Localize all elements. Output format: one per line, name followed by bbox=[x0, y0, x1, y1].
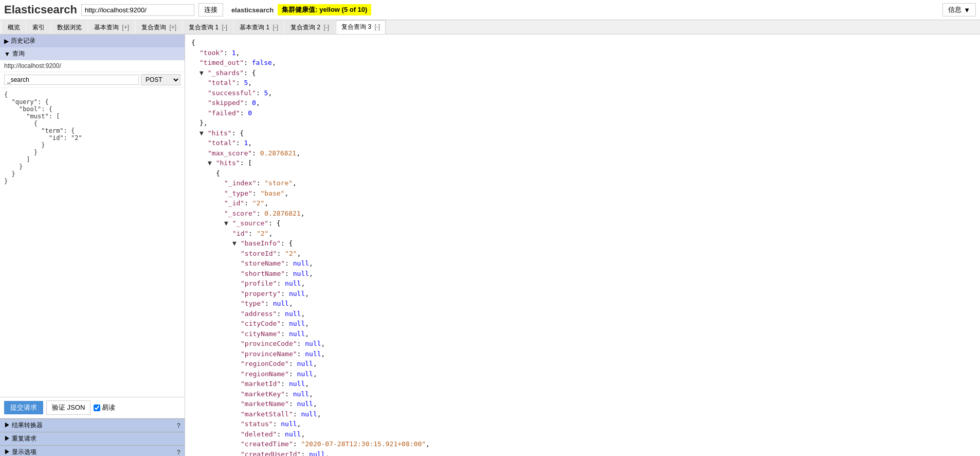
json-line: "took": 1, bbox=[191, 48, 974, 58]
action-buttons: 提交请求 验证 JSON 易读 bbox=[0, 397, 185, 418]
cluster-name: elasticsearch bbox=[231, 6, 274, 14]
result-transformer-section[interactable]: ▶ 结果转换器 ? bbox=[0, 418, 185, 432]
json-line: "regionName": null, bbox=[191, 369, 974, 379]
url-input[interactable] bbox=[81, 4, 194, 16]
tab-compound-query-3[interactable]: 复合查询 3 [-] bbox=[336, 20, 386, 34]
json-line: "marketKey": null, bbox=[191, 389, 974, 399]
json-line: ▼ "hits": [ bbox=[191, 158, 974, 168]
tab-compound-query-2[interactable]: 复合查询 2 [-] bbox=[285, 21, 335, 34]
json-line: "max_score": 0.2876821, bbox=[191, 148, 974, 159]
query-label: 查询 bbox=[12, 49, 25, 58]
tab-index[interactable]: 索引 bbox=[27, 21, 50, 34]
search-path-input[interactable] bbox=[4, 75, 139, 85]
tab-basic-query[interactable]: 基本查询 [+] bbox=[88, 21, 135, 34]
json-line: "_type": "base", bbox=[191, 188, 974, 199]
app-logo: Elasticsearch bbox=[4, 3, 77, 16]
search-row: POST GET PUT DELETE bbox=[0, 72, 185, 88]
json-line: "createdUserId": null, bbox=[191, 449, 974, 457]
json-line: "storeId": "2", bbox=[191, 249, 974, 259]
connect-button[interactable]: 连接 bbox=[198, 3, 223, 16]
tab-bar: 概览 索引 数据浏览 基本查询 [+] 复合查询 [+] 复合查询 1 [-] … bbox=[0, 20, 980, 34]
json-line: "provinceName": null, bbox=[191, 349, 974, 359]
json-line: "regionCode": null, bbox=[191, 359, 974, 369]
json-line: "type": null, bbox=[191, 299, 974, 309]
json-line: "shortName": null, bbox=[191, 269, 974, 279]
json-line: ▼ "baseInfo": { bbox=[191, 238, 974, 249]
json-line: { bbox=[191, 168, 974, 179]
json-line: "successful": 5, bbox=[191, 88, 974, 98]
easy-read-text: 易读 bbox=[102, 403, 115, 412]
tab-overview[interactable]: 概览 bbox=[2, 21, 26, 34]
easy-read-checkbox[interactable] bbox=[94, 405, 100, 411]
query-section[interactable]: ▼ 查询 bbox=[0, 47, 185, 60]
display-options-section[interactable]: ▶ 显示选项 ? bbox=[0, 445, 185, 456]
json-line: "marketId": null, bbox=[191, 379, 974, 389]
json-line: "createdTime": "2020-07-28T12:30:15.921+… bbox=[191, 439, 974, 449]
result-transformer-label: 结果转换器 bbox=[12, 422, 43, 429]
triangle-right-icon-4: ▶ bbox=[4, 448, 10, 455]
health-badge: 集群健康值: yellow (5 of 10) bbox=[278, 4, 371, 15]
chevron-down-icon: ▼ bbox=[964, 6, 970, 14]
json-line: "provinceCode": null, bbox=[191, 339, 974, 349]
submit-button[interactable]: 提交请求 bbox=[4, 401, 43, 414]
tab-data-browse[interactable]: 数据浏览 bbox=[51, 21, 87, 34]
json-line: "marketName": null, bbox=[191, 399, 974, 409]
json-line: ▼ "_shards": { bbox=[191, 68, 974, 78]
display-options-help[interactable]: ? bbox=[177, 449, 180, 456]
method-select[interactable]: POST GET PUT DELETE bbox=[141, 74, 180, 85]
tab-compound-query-1[interactable]: 复合查询 1 [-] bbox=[183, 21, 233, 34]
result-transformer-help[interactable]: ? bbox=[177, 422, 180, 429]
json-line: ▼ "hits": { bbox=[191, 128, 974, 138]
info-button[interactable]: 信息 ▼ bbox=[942, 3, 976, 16]
json-line: "_index": "store", bbox=[191, 178, 974, 188]
json-line: { bbox=[191, 38, 974, 48]
history-section[interactable]: ▶ 历史记录 bbox=[0, 34, 185, 47]
json-line: "deleted": null, bbox=[191, 429, 974, 440]
main-layout: ▶ 历史记录 ▼ 查询 http://localhost:9200/ POST … bbox=[0, 34, 980, 456]
json-line: "profile": null, bbox=[191, 278, 974, 289]
json-line: "failed": 0 bbox=[191, 108, 974, 118]
json-line: "cityName": null, bbox=[191, 329, 974, 339]
tab-basic-query-1[interactable]: 基本查询 1 [-] bbox=[234, 21, 284, 34]
json-line: ▼ "_source": { bbox=[191, 218, 974, 229]
right-panel: { "took": 1, "timed_out": false, ▼ "_sha… bbox=[185, 34, 980, 456]
triangle-right-icon: ▶ bbox=[4, 38, 9, 45]
json-line: "skipped": 0, bbox=[191, 98, 974, 108]
json-line: "_id": "2", bbox=[191, 198, 974, 208]
json-line: "address": null, bbox=[191, 309, 974, 319]
validate-button[interactable]: 验证 JSON bbox=[46, 400, 90, 415]
json-line: "_score": 0.2876821, bbox=[191, 208, 974, 219]
json-line: "status": null, bbox=[191, 419, 974, 429]
json-line: }, bbox=[191, 118, 974, 128]
json-line: "timed_out": false, bbox=[191, 58, 974, 68]
tab-compound-query[interactable]: 复合查询 [+] bbox=[136, 21, 182, 34]
triangle-down-icon: ▼ bbox=[4, 50, 10, 58]
json-line: "cityCode": null, bbox=[191, 319, 974, 329]
info-label: 信息 bbox=[948, 5, 961, 14]
history-label: 历史记录 bbox=[11, 37, 35, 45]
display-options-label: 显示选项 bbox=[12, 448, 37, 455]
easy-read-label[interactable]: 易读 bbox=[94, 403, 115, 412]
repeat-request-label: 重复请求 bbox=[12, 435, 37, 442]
query-url: http://localhost:9200/ bbox=[0, 60, 185, 72]
json-line: "marketStall": null, bbox=[191, 409, 974, 419]
json-line: "storeName": null, bbox=[191, 258, 974, 269]
query-editor[interactable]: { "query": { "bool": { "must": [ { "term… bbox=[0, 88, 185, 397]
json-line: "id": "2", bbox=[191, 229, 974, 239]
json-line: "total": 5, bbox=[191, 78, 974, 88]
json-line: "property": null, bbox=[191, 289, 974, 299]
repeat-request-section[interactable]: ▶ 重复请求 bbox=[0, 432, 185, 445]
header: Elasticsearch 连接 elasticsearch 集群健康值: ye… bbox=[0, 0, 980, 20]
triangle-right-icon-3: ▶ bbox=[4, 435, 10, 442]
json-line: "total": 1, bbox=[191, 138, 974, 148]
left-panel: ▶ 历史记录 ▼ 查询 http://localhost:9200/ POST … bbox=[0, 34, 185, 456]
triangle-right-icon-2: ▶ bbox=[4, 422, 10, 429]
